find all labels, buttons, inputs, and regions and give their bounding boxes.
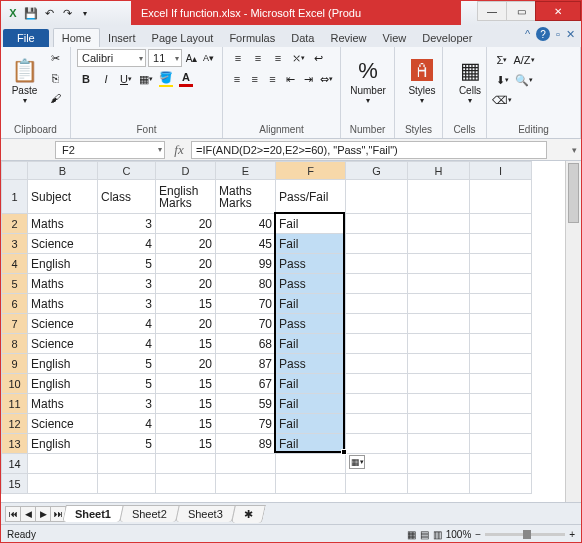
cell[interactable]: 5 xyxy=(98,434,156,454)
cell[interactable] xyxy=(346,294,408,314)
row-header[interactable]: 3 xyxy=(2,234,28,254)
cell[interactable]: Maths xyxy=(28,214,98,234)
col-header[interactable]: C xyxy=(98,162,156,180)
cell[interactable]: 79 xyxy=(216,414,276,434)
cell[interactable]: English xyxy=(28,374,98,394)
cell[interactable] xyxy=(408,254,470,274)
cell[interactable] xyxy=(470,454,532,474)
help-icon[interactable]: ? xyxy=(536,27,550,41)
cell[interactable] xyxy=(346,234,408,254)
cell[interactable] xyxy=(470,180,532,214)
cells-button[interactable]: ▦ Cells▾ xyxy=(449,49,491,113)
redo-icon[interactable]: ↷ xyxy=(59,5,75,21)
cell[interactable]: 70 xyxy=(216,294,276,314)
name-box[interactable]: F2▾ xyxy=(55,141,165,159)
cell[interactable] xyxy=(470,294,532,314)
cell[interactable] xyxy=(408,354,470,374)
cell[interactable]: 5 xyxy=(98,254,156,274)
qat-customize-icon[interactable]: ▾ xyxy=(77,5,93,21)
align-center-icon[interactable]: ≡ xyxy=(247,70,263,88)
row-header[interactable]: 15 xyxy=(2,474,28,494)
cell[interactable]: 20 xyxy=(156,214,216,234)
increase-indent-icon[interactable]: ⇥ xyxy=(300,70,316,88)
tab-formulas[interactable]: Formulas xyxy=(221,29,283,47)
border-button[interactable]: ▦▾ xyxy=(137,70,155,88)
cut-icon[interactable]: ✂ xyxy=(46,49,64,67)
formula-input[interactable]: =IF(AND(D2>=20,E2>=60), "Pass","Fail") xyxy=(191,141,547,159)
cell[interactable] xyxy=(408,234,470,254)
zoom-level[interactable]: 100% xyxy=(446,529,472,540)
cell[interactable] xyxy=(276,474,346,494)
row-header[interactable]: 5 xyxy=(2,274,28,294)
font-color-button[interactable]: A xyxy=(177,70,195,88)
cell[interactable] xyxy=(98,474,156,494)
increase-font-icon[interactable]: A▴ xyxy=(184,49,199,67)
cell[interactable] xyxy=(470,414,532,434)
cell[interactable] xyxy=(98,454,156,474)
row-header[interactable]: 12 xyxy=(2,414,28,434)
cell[interactable]: 89 xyxy=(216,434,276,454)
cell[interactable] xyxy=(470,434,532,454)
view-normal-icon[interactable]: ▦ xyxy=(407,529,416,540)
cell[interactable] xyxy=(408,414,470,434)
vertical-scrollbar[interactable] xyxy=(565,161,581,502)
cell[interactable]: Pass xyxy=(276,314,346,334)
sheet-tab[interactable]: Sheet3 xyxy=(175,505,235,522)
cell[interactable] xyxy=(408,180,470,214)
cell[interactable]: Pass xyxy=(276,354,346,374)
zoom-slider[interactable] xyxy=(485,533,565,536)
cell[interactable]: Pass xyxy=(276,274,346,294)
cell[interactable] xyxy=(470,394,532,414)
cell[interactable]: 15 xyxy=(156,334,216,354)
cell[interactable] xyxy=(408,434,470,454)
cell[interactable] xyxy=(408,454,470,474)
cell[interactable] xyxy=(408,334,470,354)
window-restore-icon[interactable]: ▫ xyxy=(556,28,560,40)
cell[interactable] xyxy=(216,474,276,494)
autosum-icon[interactable]: Σ▾ xyxy=(493,51,511,69)
cell[interactable]: 20 xyxy=(156,274,216,294)
row-header[interactable]: 4 xyxy=(2,254,28,274)
cell[interactable] xyxy=(156,474,216,494)
tab-data[interactable]: Data xyxy=(283,29,322,47)
cell[interactable]: Fail xyxy=(276,334,346,354)
format-painter-icon[interactable]: 🖌 xyxy=(46,89,64,107)
cell[interactable]: English Marks xyxy=(156,180,216,214)
cell[interactable]: Fail xyxy=(276,394,346,414)
cell[interactable] xyxy=(346,354,408,374)
tab-view[interactable]: View xyxy=(375,29,415,47)
cell[interactable] xyxy=(470,474,532,494)
cell[interactable] xyxy=(346,374,408,394)
cell[interactable]: 67 xyxy=(216,374,276,394)
row-header[interactable]: 11 xyxy=(2,394,28,414)
col-header[interactable]: D xyxy=(156,162,216,180)
cell[interactable]: Science xyxy=(28,314,98,334)
document-close-icon[interactable]: ✕ xyxy=(566,28,575,41)
italic-button[interactable]: I xyxy=(97,70,115,88)
cell[interactable]: 45 xyxy=(216,234,276,254)
cell[interactable] xyxy=(470,274,532,294)
row-header[interactable]: 2 xyxy=(2,214,28,234)
cell[interactable]: 59 xyxy=(216,394,276,414)
align-middle-icon[interactable]: ≡ xyxy=(249,49,267,67)
row-header[interactable]: 13 xyxy=(2,434,28,454)
close-button[interactable]: ✕ xyxy=(535,1,581,21)
worksheet-grid[interactable]: B C D E F G H I 1 Subject Class English … xyxy=(1,161,581,502)
cell[interactable]: Maths xyxy=(28,394,98,414)
cell[interactable]: Fail xyxy=(276,234,346,254)
minimize-button[interactable]: — xyxy=(477,1,507,21)
cell[interactable] xyxy=(346,180,408,214)
cell[interactable]: 15 xyxy=(156,394,216,414)
cell[interactable] xyxy=(408,214,470,234)
copy-icon[interactable]: ⎘ xyxy=(46,69,64,87)
sheet-nav-first-icon[interactable]: ⏮ xyxy=(5,506,21,522)
col-header[interactable]: E xyxy=(216,162,276,180)
cell[interactable]: Fail xyxy=(276,414,346,434)
row-header[interactable]: 1 xyxy=(2,180,28,214)
cell[interactable] xyxy=(346,214,408,234)
cell[interactable]: Science xyxy=(28,414,98,434)
cell[interactable] xyxy=(346,394,408,414)
cell[interactable]: 68 xyxy=(216,334,276,354)
cell[interactable] xyxy=(408,314,470,334)
align-left-icon[interactable]: ≡ xyxy=(229,70,245,88)
